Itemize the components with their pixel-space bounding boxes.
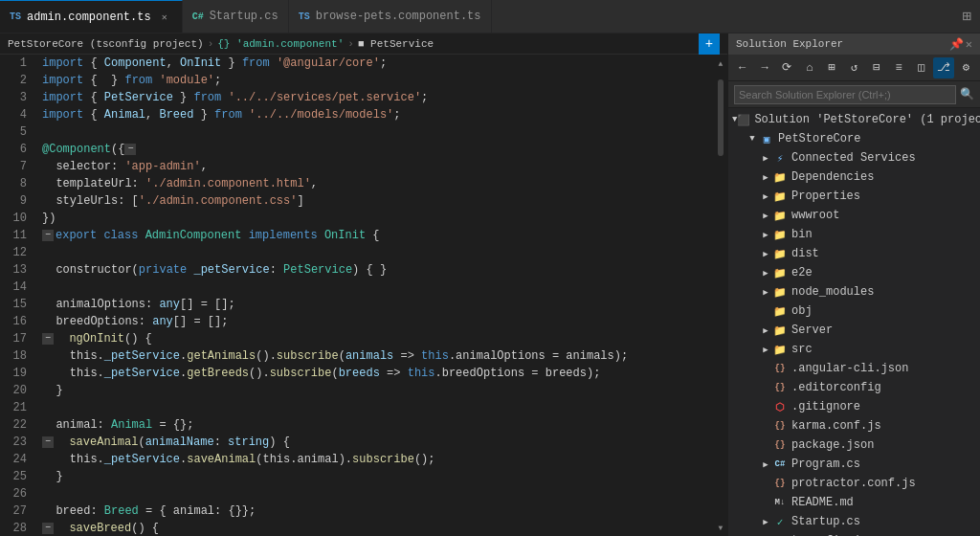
collapse-icon[interactable]: − [42,523,54,534]
scroll-up-btn[interactable]: ▲ [714,56,727,70]
code-line: −export class AdminComponent implements … [42,227,706,244]
scroll-down-btn[interactable]: ▼ [714,521,727,534]
tree-item[interactable]: ▶📁node_modules [728,282,980,302]
tree-icon-json: {} [772,437,788,453]
se-settings-btn[interactable]: ⚙ [956,57,976,78]
tree-item[interactable]: ▶📁Dependencies [728,168,980,187]
tree-icon-cs: C# [772,457,788,472]
tree-item[interactable]: {}.angular-cli.json [728,359,980,378]
tree-item[interactable]: ▶📁e2e [728,263,980,282]
tree-item[interactable]: ▼⬛Solution 'PetStoreCore' (1 project) [728,110,980,129]
tab-close-admin[interactable]: ✕ [157,10,172,25]
tree-icon-folder: 📁 [772,169,788,185]
tree-item[interactable]: {}package.json [728,436,980,455]
se-properties-btn[interactable]: ≡ [889,57,909,78]
tab-label-admin: admin.component.ts [27,11,151,24]
tree-item[interactable]: {}.editorconfig [728,378,980,397]
tree-item[interactable]: ▶📁wwwroot [728,206,980,225]
code-line: import { } from 'module'; [42,72,706,89]
tree-item[interactable]: ▼▣PetStoreCore [728,129,980,148]
collapse-icon[interactable]: − [42,230,54,241]
tree-arrow[interactable]: ▶ [759,325,772,336]
tab-startup-cs[interactable]: C# Startup.cs [183,0,289,33]
tree-item[interactable]: ⬡.gitignore [728,397,980,416]
tree-item[interactable]: ▶📁Server [728,321,980,340]
breadcrumb-service[interactable]: ■ PetService [358,38,434,50]
tree-arrow[interactable]: ▼ [746,134,759,144]
se-git-btn[interactable]: ⎇ [933,57,953,78]
tree-item[interactable]: ▶📁dist [728,244,980,263]
code-line: − saveAnimal(animalName: string) { [42,434,706,451]
tree-arrow[interactable]: ▶ [759,153,772,164]
tab-bar: TS admin.component.ts ✕ C# Startup.cs TS… [0,0,980,34]
tree-label: Dependencies [791,170,874,184]
tree-icon-cs-green: ✓ [772,514,788,529]
tree-arrow[interactable]: ▶ [759,249,772,259]
code-line: this._petService.getBreeds().subscribe(b… [42,365,706,382]
tree-label: protractor.conf.js [791,477,916,490]
se-search-input[interactable] [734,85,956,104]
breadcrumb-sep1: › [208,38,214,50]
tree-label: .angular-cli.json [791,362,908,375]
tree-arrow[interactable]: ▶ [759,191,772,202]
tab-label-startup: Startup.cs [210,10,278,23]
code-line: this._petService.saveAnimal(this.animal)… [42,451,706,468]
se-collapse-btn[interactable]: ⊟ [866,57,886,78]
tree-item[interactable]: ▶📁bin [728,225,980,244]
code-line: import { PetService } from '../../servic… [42,89,706,106]
tree-icon-git: ⬡ [772,399,788,414]
tree-item[interactable]: ▶✓Startup.cs [728,512,980,531]
tree-arrow[interactable]: ▶ [759,230,772,240]
se-close-icon[interactable]: ✕ [966,37,972,52]
se-preview-btn[interactable]: ◫ [911,57,931,78]
tree-arrow[interactable]: ▶ [759,345,772,355]
tree-item[interactable]: {}karma.conf.js [728,416,980,436]
line-numbers: 1234567891011121314151617181920212223242… [0,55,34,536]
tree-arrow[interactable]: ▶ [759,459,772,470]
tab-admin-ts[interactable]: TS admin.component.ts ✕ [0,0,183,33]
add-editor-button[interactable]: ⊞ [959,9,974,24]
editor-scrollbar[interactable]: ▲ ▼ [714,55,727,536]
tree-item[interactable]: {}tsconfig.json [728,531,980,536]
code-line: templateUrl: './admin.component.html', [42,175,706,192]
tree-label: Startup.cs [791,515,860,528]
se-tree: ▼⬛Solution 'PetStoreCore' (1 project)▼▣P… [728,108,980,536]
code-line [42,123,706,141]
tree-arrow[interactable]: ▶ [759,517,772,527]
breadcrumb-symbol[interactable]: {} 'admin.component' [217,38,344,50]
tree-item[interactable]: ▶C#Program.cs [728,455,980,474]
se-home-btn[interactable]: ⌂ [799,57,819,78]
code-line: selector: 'app-admin', [42,158,706,175]
tree-label: obj [791,304,813,318]
editor-area: PetStoreCore (tsconfig project) › {} 'ad… [0,34,727,536]
tree-arrow[interactable]: ▶ [759,211,772,221]
se-refresh-btn[interactable]: ↺ [844,57,864,78]
editor-container: 1234567891011121314151617181920212223242… [0,55,727,536]
tree-item[interactable]: ▶⚡Connected Services [728,148,980,168]
tree-item[interactable]: M↓README.md [728,493,980,512]
tree-label: .gitignore [791,400,860,413]
se-back-btn[interactable]: ← [732,57,752,78]
scroll-thumb[interactable] [718,79,724,156]
tree-item[interactable]: ▶📁src [728,340,980,359]
collapse-icon[interactable]: − [124,144,136,155]
add-code-button[interactable]: + [699,34,720,55]
collapse-icon[interactable]: − [42,436,54,448]
tree-arrow[interactable]: ▶ [759,268,772,279]
tree-item[interactable]: ▶📁Properties [728,187,980,206]
tree-arrow[interactable]: ▶ [759,172,772,183]
se-show-all-btn[interactable]: ⊞ [821,57,841,78]
tree-arrow[interactable]: ▶ [759,287,772,298]
se-sync-btn[interactable]: ⟳ [777,57,797,78]
collapse-icon[interactable]: − [42,333,54,345]
code-editor[interactable]: import { Component, OnInit } from '@angu… [34,55,714,536]
tree-icon-json: {} [772,418,788,434]
se-pin-icon[interactable]: 📌 [949,37,964,52]
se-forward-btn[interactable]: → [754,57,774,78]
tree-item[interactable]: 📁obj [728,302,980,321]
breadcrumb: PetStoreCore (tsconfig project) › {} 'ad… [0,34,727,55]
tab-browse-ts[interactable]: TS browse-pets.component.ts [289,0,492,33]
tree-label: Connected Services [791,151,916,165]
tree-item[interactable]: {}protractor.conf.js [728,474,980,493]
breadcrumb-project[interactable]: PetStoreCore (tsconfig project) [8,38,204,50]
